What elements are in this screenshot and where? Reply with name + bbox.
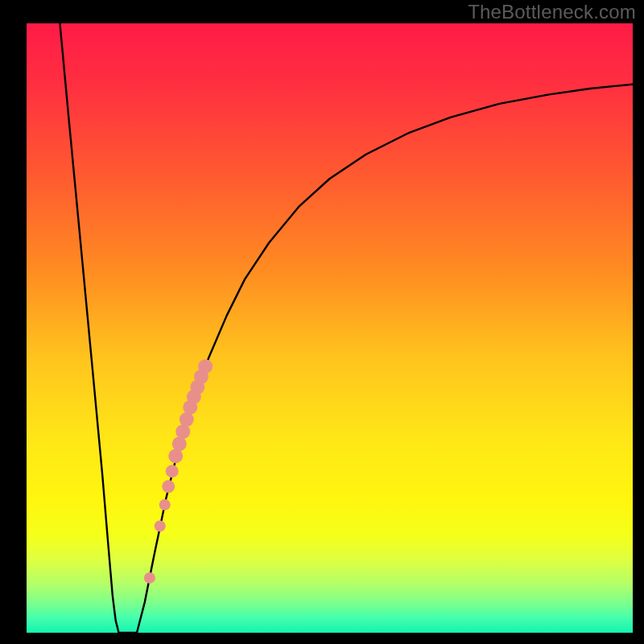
marker-dot [144,572,155,584]
marker-dot [180,412,194,427]
marker-dot [168,449,183,464]
gradient-background [27,23,633,633]
marker-dot [162,480,175,493]
marker-dot [198,359,213,374]
marker-dot [155,521,166,532]
plot-area [27,23,633,633]
marker-dot [159,499,171,510]
chart-frame: TheBottleneck.com [0,0,644,644]
watermark-text: TheBottleneck.com [468,1,636,23]
marker-dot [166,464,179,477]
chart-svg [27,23,633,633]
